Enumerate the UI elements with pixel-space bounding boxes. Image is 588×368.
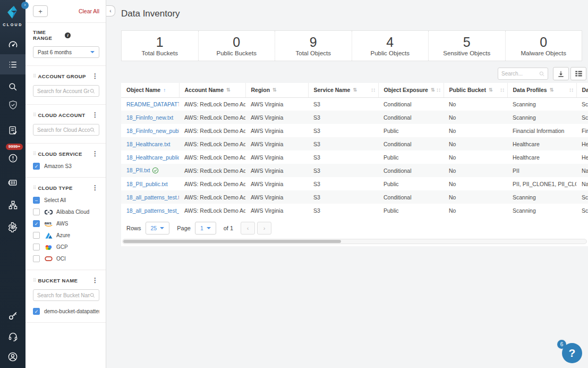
column-header-region[interactable]: Region⇅ (245, 83, 308, 97)
column-header-object-exposure[interactable]: Object Exposure⇅∷ (378, 83, 444, 97)
user-profile-icon[interactable] (0, 348, 25, 366)
column-drag-handle-icon[interactable]: ∷ (437, 87, 441, 93)
previous-page-button[interactable]: ‹ (241, 222, 255, 235)
support-headset-icon[interactable] (0, 328, 25, 346)
checkbox-unchecked-icon[interactable] (33, 255, 40, 262)
column-header-data-patterns[interactable]: Dat (576, 83, 588, 97)
column-drag-handle-icon[interactable]: ∷ (569, 87, 574, 93)
sort-icon[interactable]: ⇅ (489, 87, 493, 93)
drag-handle-icon[interactable]: ⠿ (33, 112, 36, 118)
column-drag-handle-icon[interactable]: ∷ (500, 87, 505, 93)
account-group-search-input[interactable] (37, 88, 90, 94)
sort-icon[interactable]: ⇅ (226, 87, 231, 93)
stat-sensitive-objects: 5 Sensitive Objects (429, 31, 506, 61)
cell-public-bucket: No (444, 190, 507, 204)
sort-icon[interactable]: ⇅ (272, 87, 277, 93)
clear-all-filters-link[interactable]: Clear All (79, 8, 99, 14)
column-header-public-bucket[interactable]: Public Bucket⇅∷ (444, 83, 507, 97)
checkbox-unchecked-icon[interactable] (33, 232, 40, 239)
column-picker-button[interactable] (570, 67, 586, 80)
time-range-select[interactable]: Past 6 months (33, 46, 99, 58)
cell-exposure: Conditional (378, 164, 444, 177)
object-name-link[interactable]: 18_all_patterns_test_publ... (126, 207, 179, 214)
column-header-account-name[interactable]: Account Name⇅ (179, 83, 245, 97)
compliance-shield-icon[interactable] (0, 96, 25, 114)
prisma-cloud-logo-icon (6, 5, 20, 19)
checkbox-checked-icon[interactable]: ✓ (33, 163, 40, 170)
help-button[interactable]: ? (562, 343, 582, 363)
cloud-type-option-gcp[interactable]: GCP (33, 244, 99, 250)
object-name-link[interactable]: 18_Healthcare.txt (126, 141, 170, 147)
bucket-name-search-input[interactable] (37, 292, 90, 298)
cloud-type-option-oci[interactable]: OCI (33, 255, 99, 262)
cell-profiles: Healthcare (507, 150, 576, 164)
cloud-account-search[interactable] (33, 124, 99, 136)
kebab-menu-icon[interactable]: ⋮ (91, 184, 99, 191)
object-name-link[interactable]: README_DATAPATTER... (126, 101, 179, 107)
object-name-link[interactable]: 18_all_patterns_test.txt (126, 194, 179, 200)
dashboard-gauge-icon[interactable] (0, 36, 25, 54)
access-key-icon[interactable] (0, 306, 25, 324)
next-page-button[interactable]: › (257, 222, 271, 235)
inventory-list-icon[interactable] (0, 54, 25, 74)
drag-handle-icon[interactable]: ⠿ (33, 278, 36, 283)
sort-icon[interactable]: ⇅ (550, 87, 554, 93)
cloud-type-option-aws[interactable]: ✓ aws AWS (33, 220, 99, 227)
search-investigate-icon[interactable] (0, 78, 25, 96)
checkbox-indeterminate-icon[interactable]: – (33, 197, 40, 204)
cloud-type-option-azure[interactable]: Azure (33, 232, 99, 239)
sort-icon[interactable]: ⇅ (431, 87, 435, 93)
object-name-link[interactable]: 18_PII.txt (126, 167, 150, 173)
cloud-service-option-amazon-s3[interactable]: ✓ Amazon S3 (33, 163, 99, 170)
download-button[interactable] (553, 67, 569, 80)
kebab-menu-icon[interactable]: ⋮ (91, 150, 99, 157)
network-topology-icon[interactable] (0, 196, 25, 214)
checkbox-checked-icon[interactable]: ✓ (33, 308, 40, 315)
assets-container-icon[interactable] (0, 173, 25, 191)
column-header-data-profiles[interactable]: Data Profiles⇅∷ (507, 83, 576, 97)
time-range-label: TIME RANGE (33, 29, 62, 41)
horizontal-scrollbar[interactable] (122, 239, 587, 244)
prisma-cloud-logo[interactable]: CLOUD (3, 5, 22, 27)
column-drag-handle-icon[interactable]: ∷ (371, 87, 376, 93)
add-filter-button[interactable]: + (33, 5, 48, 17)
cloud-account-search-input[interactable] (37, 127, 90, 133)
object-name-link[interactable]: 18_Healthcare_public.txt (126, 154, 179, 161)
page-select[interactable]: 1 (195, 222, 216, 235)
table-search[interactable] (498, 68, 548, 80)
sort-icon[interactable]: ⇅ (353, 87, 357, 93)
policies-clipboard-icon[interactable] (0, 121, 25, 139)
info-icon[interactable]: i (65, 32, 71, 38)
rows-per-page-select[interactable]: 25 (146, 222, 170, 235)
cell-region: AWS Virginia (245, 204, 308, 217)
expand-nav-badge[interactable]: › (21, 2, 29, 9)
object-name-link[interactable]: 18_FinInfo_new_public.txt (126, 128, 179, 134)
kebab-menu-icon[interactable]: ⋮ (91, 277, 99, 284)
alerts-exclamation-icon[interactable] (0, 151, 25, 165)
bucket-name-search[interactable] (33, 289, 99, 301)
table-search-input[interactable] (501, 71, 539, 77)
table-row: 18_PII.txt AWS: RedLock Demo Acc... AWS … (121, 164, 588, 177)
column-header-object-name[interactable]: Object Name↑ (121, 83, 179, 97)
cloud-type-select-all[interactable]: – Select All (33, 197, 99, 204)
sort-asc-icon[interactable]: ↑ (163, 87, 166, 93)
kebab-menu-icon[interactable]: ⋮ (91, 72, 99, 80)
checkbox-unchecked-icon[interactable] (33, 244, 40, 250)
scrollbar-thumb[interactable] (123, 240, 341, 243)
object-name-link[interactable]: 18_FinInfo_new.txt (126, 114, 173, 121)
account-group-search[interactable] (33, 85, 99, 97)
checkbox-checked-icon[interactable]: ✓ (33, 220, 40, 227)
settings-gear-icon[interactable] (0, 218, 25, 236)
checkbox-unchecked-icon[interactable] (33, 208, 40, 215)
cell-service: S3 (308, 97, 378, 111)
kebab-menu-icon[interactable]: ⋮ (91, 111, 99, 119)
object-name-link[interactable]: 18_PII_public.txt (126, 181, 168, 187)
collapse-filters-button[interactable]: ‹ (106, 5, 115, 16)
bucket-name-option-demo-bucket[interactable]: ✓ demo-bucket-datapattern-f... (33, 308, 99, 315)
cloud-type-option-alibaba[interactable]: Alibaba Cloud (33, 208, 99, 215)
drag-handle-icon[interactable]: ⠿ (33, 185, 36, 190)
cell-exposure: Conditional (378, 111, 444, 124)
column-header-service-name[interactable]: Service Name⇅∷ (308, 83, 378, 97)
drag-handle-icon[interactable]: ⠿ (33, 151, 36, 156)
drag-handle-icon[interactable]: ⠿ (33, 73, 36, 79)
